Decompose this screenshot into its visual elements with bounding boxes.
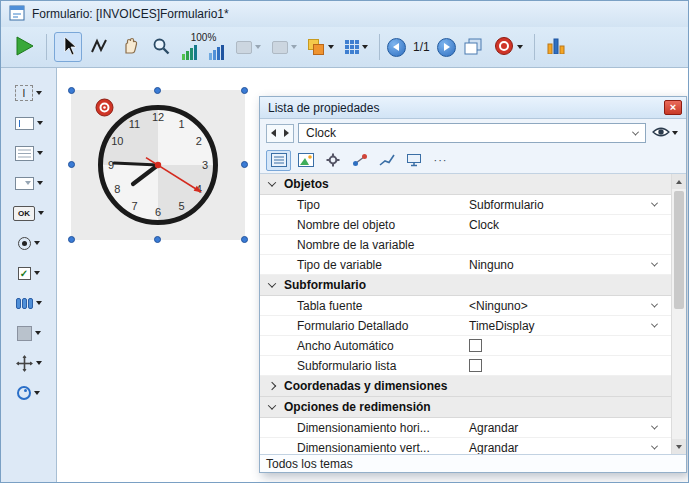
- properties-panel: Lista de propiedades × Clock: [259, 96, 687, 473]
- button-bar-tool[interactable]: [16, 290, 42, 316]
- green-bars-button[interactable]: [178, 44, 202, 62]
- title-bar: Formulario: [INVOICES]Formulario1*: [1, 1, 688, 27]
- tab-settings[interactable]: [320, 150, 345, 171]
- dial-tool[interactable]: [17, 380, 40, 406]
- next-object-button[interactable]: [280, 125, 293, 142]
- prev-page-button[interactable]: [387, 38, 406, 57]
- clock-subform-widget[interactable]: 12 1 2 3 4 5 6 7 8 9 10 11: [71, 90, 245, 240]
- dropdown-arrow-icon: [672, 131, 678, 135]
- frame-tool[interactable]: [17, 320, 41, 346]
- dropdown-arrow-icon: [517, 45, 523, 49]
- list-tool[interactable]: [15, 140, 43, 166]
- dropdown-arrow-icon: [34, 271, 40, 275]
- property-value-combo[interactable]: Ninguno: [462, 255, 671, 274]
- text-label-tool[interactable]: I: [15, 80, 42, 106]
- selection-handle[interactable]: [154, 236, 161, 243]
- stack-icon: [308, 39, 325, 56]
- property-name: Dimensionamiento vert...: [260, 441, 462, 455]
- combo-field-tool[interactable]: [15, 170, 43, 196]
- align-dropdown-button[interactable]: [232, 32, 265, 62]
- app-window: Formulario: [INVOICES]Formulario1* 100%: [0, 0, 689, 483]
- selection-handle[interactable]: [68, 161, 75, 168]
- property-value-combo[interactable]: <Ninguno>: [462, 296, 671, 315]
- pan-tool-button[interactable]: [116, 32, 144, 62]
- layout-stack-dropdown-button[interactable]: [304, 32, 338, 62]
- selection-handle[interactable]: [241, 236, 248, 243]
- svg-text:10: 10: [111, 135, 123, 147]
- curve-icon: [379, 153, 395, 167]
- scrollbar-thumb[interactable]: [674, 191, 684, 309]
- chevron-down-icon: [268, 279, 276, 287]
- distribute-dropdown-button[interactable]: [268, 32, 301, 62]
- layers-button[interactable]: [459, 32, 487, 62]
- scroll-up-button[interactable]: [672, 174, 686, 189]
- checkbox-tool[interactable]: ✓: [18, 260, 40, 286]
- frame-icon: [17, 326, 32, 341]
- property-value-combo[interactable]: Subformulario: [462, 195, 671, 214]
- selection-handle[interactable]: [154, 87, 161, 94]
- run-button[interactable]: [9, 32, 39, 62]
- grid-icon: [345, 40, 359, 54]
- next-page-button[interactable]: [437, 38, 456, 57]
- vertical-scrollbar[interactable]: [671, 174, 686, 454]
- dropdown-arrow-icon: [36, 361, 42, 365]
- tab-connections[interactable]: [347, 150, 372, 171]
- statistics-button[interactable]: [542, 32, 570, 62]
- property-value-text[interactable]: Clock: [462, 215, 671, 234]
- prev-object-button[interactable]: [267, 125, 280, 142]
- property-row: Tabla fuente <Ninguno>: [260, 296, 671, 316]
- property-name: Tabla fuente: [260, 299, 462, 313]
- bar-chart-green-icon: [182, 45, 198, 60]
- record-dropdown-button[interactable]: [490, 32, 527, 62]
- arrow-right-icon: [284, 129, 289, 137]
- checkbox-unchecked[interactable]: [469, 359, 482, 372]
- property-row: Tipo Subformulario: [260, 195, 671, 215]
- selection-handle[interactable]: [241, 161, 248, 168]
- blue-bars-button[interactable]: [205, 44, 229, 62]
- visibility-filter-button[interactable]: [650, 126, 680, 141]
- minute-hand: [114, 163, 158, 165]
- section-subformulario[interactable]: Subformulario: [260, 275, 671, 296]
- line-edit-tool[interactable]: [15, 110, 43, 136]
- tab-image[interactable]: [293, 150, 318, 171]
- ibeam-icon: I: [15, 85, 33, 101]
- zoom-tool-button[interactable]: [147, 32, 175, 62]
- radio-button-tool[interactable]: [18, 230, 40, 256]
- grid-dropdown-button[interactable]: [341, 32, 372, 62]
- tab-screen[interactable]: [401, 150, 426, 171]
- tab-more[interactable]: ···: [428, 150, 453, 171]
- tab-curves[interactable]: [374, 150, 399, 171]
- property-value-combo[interactable]: Agrandar: [462, 418, 671, 437]
- object-combobox[interactable]: Clock: [298, 123, 646, 143]
- chevron-down-icon: [268, 401, 276, 409]
- checkbox-unchecked[interactable]: [469, 339, 482, 352]
- section-redimension[interactable]: Opciones de redimensión: [260, 397, 671, 418]
- property-value-combo[interactable]: TimeDisplay: [462, 316, 671, 335]
- selection-handle[interactable]: [68, 87, 75, 94]
- play-icon: [13, 35, 35, 60]
- close-icon[interactable]: ×: [664, 100, 682, 115]
- scroll-down-button[interactable]: [672, 439, 686, 454]
- combo-field-icon: [15, 177, 34, 190]
- clock-center-pin: [155, 162, 161, 168]
- property-value-text[interactable]: [462, 235, 671, 254]
- splitter-tool[interactable]: [16, 350, 42, 376]
- select-tool-button[interactable]: [54, 32, 82, 62]
- property-row: Tipo de variable Ninguno: [260, 255, 671, 275]
- panel-title-bar[interactable]: Lista de propiedades ×: [260, 97, 686, 119]
- toolbar-separator: [534, 34, 535, 60]
- chevron-down-icon: [651, 260, 658, 267]
- image-icon: [298, 153, 314, 167]
- zoom-level-label: 100%: [191, 33, 217, 43]
- selection-handle[interactable]: [241, 87, 248, 94]
- selection-handle[interactable]: [68, 236, 75, 243]
- section-coordenadas[interactable]: Coordenadas y dimensiones: [260, 376, 671, 397]
- property-row: Subformulario lista: [260, 356, 671, 376]
- arrow-up-icon: [676, 180, 682, 184]
- tab-properties[interactable]: [266, 150, 291, 171]
- push-button-tool[interactable]: OK: [13, 200, 44, 226]
- draw-tool-button[interactable]: [85, 32, 113, 62]
- checkbox-icon: ✓: [18, 267, 31, 280]
- section-objetos[interactable]: Objetos: [260, 174, 671, 195]
- property-value-combo[interactable]: Agrandar: [462, 438, 671, 454]
